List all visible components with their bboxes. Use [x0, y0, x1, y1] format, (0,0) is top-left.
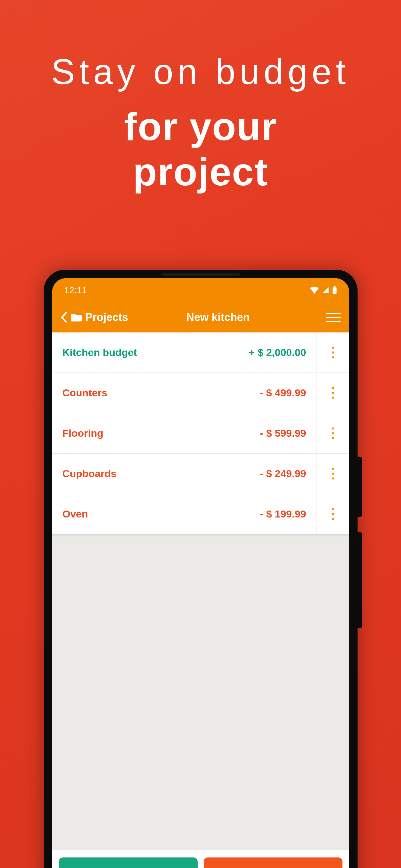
transaction-name: Kitchen budget — [62, 347, 137, 358]
transaction-row[interactable]: Counters- $ 499.99 — [52, 373, 349, 413]
phone-screen: 12:11 Projects New kitchen Kitchen budge… — [52, 278, 349, 868]
transaction-main: Kitchen budget+ $ 2,000.00 — [52, 347, 316, 358]
phone-frame: 12:11 Projects New kitchen Kitchen budge… — [44, 270, 357, 868]
status-bar: 12:11 — [52, 278, 349, 302]
phone-speaker — [162, 273, 240, 276]
action-bar: Add Income Add Expense — [52, 849, 349, 868]
row-menu-button[interactable] — [316, 413, 349, 453]
transaction-amount: + $ 2,000.00 — [249, 347, 306, 358]
kebab-icon — [332, 387, 334, 399]
add-income-button[interactable]: Add Income — [59, 858, 198, 868]
folder-icon — [71, 313, 82, 322]
transaction-amount: - $ 599.99 — [260, 427, 306, 439]
kebab-icon — [332, 508, 334, 520]
transaction-list: Kitchen budget+ $ 2,000.00Counters- $ 49… — [52, 333, 349, 534]
row-menu-button[interactable] — [316, 333, 349, 373]
transaction-row[interactable]: Cupboards- $ 249.99 — [52, 454, 349, 494]
transaction-name: Oven — [62, 508, 88, 520]
nav-bar: Projects New kitchen — [52, 302, 349, 333]
menu-button[interactable] — [326, 313, 341, 322]
row-menu-button[interactable] — [316, 494, 349, 534]
svg-rect-1 — [334, 286, 336, 287]
hamburger-icon — [326, 313, 341, 314]
transaction-amount: - $ 199.99 — [260, 508, 306, 520]
transaction-amount: - $ 499.99 — [260, 387, 306, 399]
row-menu-button[interactable] — [316, 373, 349, 413]
promo-heading: Stay on budget for your project — [0, 0, 401, 194]
transaction-name: Flooring — [62, 427, 104, 439]
kebab-icon — [332, 347, 334, 358]
promo-line-2: for your project — [0, 104, 401, 194]
kebab-icon — [332, 427, 334, 439]
transaction-main: Counters- $ 499.99 — [52, 387, 316, 399]
kebab-icon — [332, 468, 334, 479]
transaction-name: Counters — [62, 387, 107, 399]
transaction-row[interactable]: Flooring- $ 599.99 — [52, 413, 349, 454]
row-menu-button[interactable] — [316, 454, 349, 494]
transaction-name: Cupboards — [62, 468, 116, 479]
chevron-left-icon — [61, 312, 67, 322]
add-expense-button[interactable]: Add Expense — [204, 858, 342, 868]
promo-line-1: Stay on budget — [0, 51, 401, 92]
transaction-main: Oven- $ 199.99 — [52, 508, 316, 520]
transaction-amount: - $ 249.99 — [260, 468, 306, 479]
page-title: New kitchen — [116, 311, 321, 324]
cellular-icon — [322, 287, 329, 294]
status-time: 12:11 — [64, 285, 87, 296]
wifi-icon — [310, 287, 319, 294]
status-icons — [310, 286, 337, 294]
transaction-row[interactable]: Oven- $ 199.99 — [52, 494, 349, 534]
empty-area — [52, 534, 349, 849]
transaction-main: Flooring- $ 599.99 — [52, 427, 316, 439]
svg-rect-0 — [333, 287, 337, 294]
transaction-row[interactable]: Kitchen budget+ $ 2,000.00 — [52, 333, 349, 373]
transaction-main: Cupboards- $ 249.99 — [52, 468, 316, 479]
battery-icon — [332, 286, 337, 294]
